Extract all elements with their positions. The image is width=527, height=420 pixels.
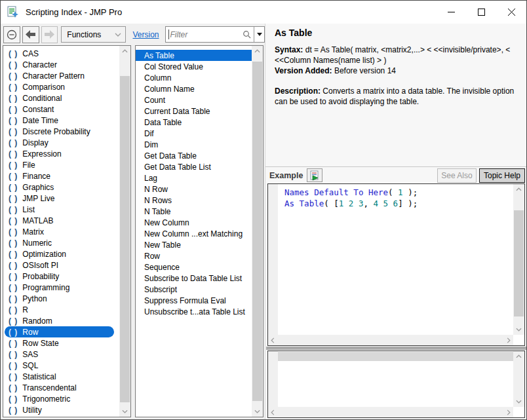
app-icon	[6, 6, 19, 19]
minimize-button[interactable]	[436, 1, 466, 24]
function-item[interactable]: Data Table	[136, 117, 252, 128]
scrollbar-thumb[interactable]	[514, 210, 524, 316]
scrollbar-thumb[interactable]	[120, 76, 130, 402]
category-item[interactable]: ( ) MATLAB	[3, 215, 119, 226]
function-item[interactable]: Subscript	[136, 284, 252, 295]
category-item[interactable]: ( ) Constant	[3, 104, 119, 115]
function-item[interactable]: Get Data Table	[136, 150, 252, 161]
category-item[interactable]: ( ) Matrix	[3, 226, 119, 237]
scroll-down-icon[interactable]	[119, 406, 130, 417]
scroll-down-icon[interactable]	[513, 396, 524, 407]
function-item[interactable]: Col Stored Value	[136, 61, 252, 72]
run-example-button[interactable]	[307, 168, 322, 182]
collapse-button[interactable]	[3, 26, 20, 43]
category-item[interactable]: ( ) Optimization	[3, 248, 119, 259]
category-item[interactable]: ( ) Transcendental	[3, 382, 119, 393]
topic-help-button[interactable]: Topic Help	[479, 168, 525, 183]
scrollbar-thumb[interactable]	[252, 62, 262, 401]
close-button[interactable]	[496, 1, 526, 24]
parentheses-icon: ( )	[9, 194, 18, 203]
parentheses-icon: ( )	[9, 205, 18, 214]
forward-arrow-icon	[45, 30, 54, 39]
function-item[interactable]: As Table	[136, 50, 252, 61]
category-item[interactable]: ( ) Programming	[3, 282, 119, 293]
function-item[interactable]: N Rows	[136, 195, 252, 206]
category-item[interactable]: ( ) List	[3, 204, 119, 215]
category-item[interactable]: ( ) Display	[3, 137, 119, 148]
function-item[interactable]: N Row	[136, 183, 252, 195]
parentheses-icon: ( )	[9, 83, 18, 92]
function-item[interactable]: Current Data Table	[136, 105, 252, 117]
category-item[interactable]: ( ) Discrete Probability	[3, 126, 119, 137]
forward-button[interactable]	[41, 26, 58, 43]
category-item[interactable]: ( ) Date Time	[3, 115, 119, 126]
function-item[interactable]: Column	[136, 72, 252, 83]
category-item[interactable]: ( ) Utility	[3, 404, 119, 415]
filter-input[interactable]: Filter	[165, 26, 265, 43]
function-label: New Table	[144, 240, 181, 250]
function-item[interactable]: Suppress Formula Eval	[136, 295, 252, 306]
version-link[interactable]: Version	[132, 30, 159, 39]
function-item[interactable]: Unsubscribe t...ata Table List	[136, 306, 252, 317]
category-item[interactable]: ( ) Comparison	[3, 81, 119, 92]
parentheses-icon: ( )	[9, 138, 18, 147]
function-item[interactable]: Subscribe to Data Table List	[136, 273, 252, 284]
panel-splitter[interactable]	[266, 347, 527, 350]
category-item[interactable]: ( ) SQL	[3, 360, 119, 371]
category-item[interactable]: ( ) OSIsoft PI	[3, 259, 119, 271]
index-type-dropdown[interactable]: Functions	[61, 26, 126, 43]
function-item[interactable]: Lag	[136, 172, 252, 183]
maximize-button[interactable]	[466, 1, 496, 24]
scroll-down-icon[interactable]	[252, 406, 263, 417]
category-item[interactable]: ( ) Row	[5, 326, 114, 337]
function-item[interactable]: New Column	[136, 217, 252, 228]
categories-scrollbar[interactable]	[119, 46, 130, 417]
function-item[interactable]: Row	[136, 250, 252, 261]
functions-scrollbar[interactable]	[252, 46, 263, 417]
category-item[interactable]: ( ) Character	[3, 59, 119, 70]
category-item[interactable]: ( ) Statistical	[3, 371, 119, 382]
category-item[interactable]: ( ) SAS	[3, 349, 119, 360]
category-item[interactable]: ( ) Row State	[3, 337, 119, 349]
category-item[interactable]: ( ) File	[3, 159, 119, 170]
see-also-button[interactable]: See Also	[437, 168, 477, 183]
scroll-up-icon[interactable]	[513, 351, 524, 362]
function-item[interactable]: Sequence	[136, 261, 252, 273]
category-item[interactable]: ( ) Python	[3, 293, 119, 304]
example-code-editor[interactable]: Names Default To Here( 1 );As Table( [1 …	[278, 184, 513, 335]
output-horizontal-scrollbar[interactable]	[268, 407, 513, 417]
category-item[interactable]: ( ) Expression	[3, 148, 119, 159]
function-label: Col Stored Value	[144, 62, 203, 71]
category-item[interactable]: ( ) CAS	[3, 48, 119, 59]
output-vertical-scrollbar[interactable]	[513, 351, 524, 407]
category-item[interactable]: ( ) Finance	[3, 170, 119, 181]
category-item[interactable]: ( ) Trigonometric	[3, 393, 119, 404]
back-button[interactable]	[22, 26, 39, 43]
category-item[interactable]: ( ) JMP Live	[3, 193, 119, 204]
filter-history-dropdown[interactable]	[254, 27, 264, 42]
category-item[interactable]: ( ) Conditional	[3, 92, 119, 104]
category-item[interactable]: ( ) Random	[3, 315, 119, 326]
category-label: Random	[22, 316, 52, 326]
category-item[interactable]: ( ) Probability	[3, 271, 119, 282]
scroll-up-icon[interactable]	[119, 46, 130, 56]
function-item[interactable]: New Table	[136, 239, 252, 250]
scroll-up-icon[interactable]	[513, 184, 524, 195]
function-item[interactable]: New Column ...ext Matching	[136, 228, 252, 239]
category-item[interactable]: ( ) R	[3, 304, 119, 315]
function-item[interactable]: Dim	[136, 139, 252, 150]
scroll-down-icon[interactable]	[513, 324, 524, 335]
function-item[interactable]: Get Data Table List	[136, 161, 252, 172]
function-item[interactable]: N Table	[136, 206, 252, 217]
function-item[interactable]: Dif	[136, 128, 252, 139]
category-item[interactable]: ( ) Character Pattern	[3, 70, 119, 81]
scroll-up-icon[interactable]	[252, 46, 263, 56]
code-vertical-scrollbar[interactable]	[513, 184, 524, 335]
function-item[interactable]: Count	[136, 94, 252, 105]
category-label: Matrix	[22, 227, 44, 237]
code-horizontal-scrollbar[interactable]	[268, 335, 513, 345]
category-item[interactable]: ( ) Numeric	[3, 237, 119, 248]
function-item[interactable]: Column Name	[136, 83, 252, 94]
category-item[interactable]: ( ) Graphics	[3, 181, 119, 193]
parentheses-icon: ( )	[9, 227, 18, 237]
